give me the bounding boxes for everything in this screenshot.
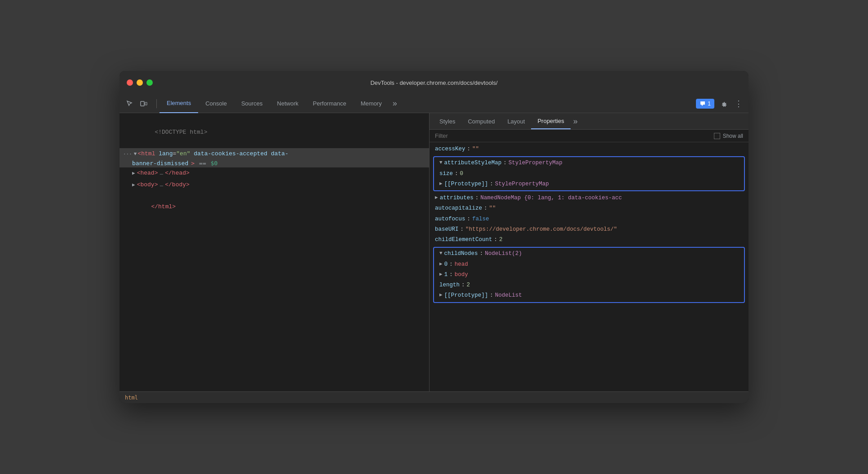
prop-accessKey: accessKey : "" [430, 144, 748, 154]
devtools-toolbar: Elements Console Sources Network Perform… [120, 94, 748, 113]
prop-length: length : 2 [434, 280, 744, 290]
tab-properties[interactable]: Properties [531, 113, 570, 129]
body-line[interactable]: ▶ <body>…</body> [120, 179, 429, 191]
svg-rect-0 [141, 101, 144, 106]
prop-size: size : 0 [434, 169, 744, 179]
devtools-window: DevTools - developer.chrome.com/docs/dev… [120, 71, 748, 403]
properties-list: accessKey : "" ▼ attributeStyleMap : Sty… [430, 142, 748, 391]
html-continuation-line: banner-dismissed> == $0 [120, 160, 429, 167]
expand-arrow-cn0[interactable]: ▶ [439, 260, 443, 268]
expand-arrow-attributes[interactable]: ▶ [435, 193, 438, 202]
prop-autocapitalize: autocapitalize : "" [430, 203, 748, 214]
prop-autofocus: autofocus : false [430, 214, 748, 224]
prop-prototype-stylePropertyMap: ▶ [[Prototype]] : StylePropertyMap [434, 179, 744, 189]
device-toggle-icon[interactable] [137, 97, 150, 110]
prop-childnode-1: ▶ 1 : body [434, 270, 744, 280]
expand-arrow-prototype2[interactable]: ▶ [439, 291, 443, 299]
prop-childNodes: ▼ childNodes : NodeList(2) [434, 249, 744, 259]
tab-computed[interactable]: Computed [461, 113, 501, 129]
prop-childnode-0: ▶ 0 : head [434, 259, 744, 270]
tab-layout[interactable]: Layout [501, 113, 531, 129]
inspect-icon[interactable] [123, 97, 136, 110]
expand-arrow-attributeStyleMap[interactable]: ▼ [439, 158, 443, 167]
settings-icon[interactable] [717, 97, 730, 110]
doctype-line: <!DOCTYPE html> [120, 117, 429, 148]
toolbar-right: 1 ⋮ [696, 97, 745, 110]
prop-group-attributeStyleMap: ▼ attributeStyleMap : StylePropertyMap s… [433, 156, 745, 191]
filter-bar: Show all [430, 130, 748, 142]
prop-prototype-nodelist: ▶ [[Prototype]] : NodeList [434, 290, 744, 301]
html-element-line[interactable]: ··· ▼ <html lang="en" data-cookies-accep… [120, 148, 429, 160]
main-content: <!DOCTYPE html> ··· ▼ <html lang="en" da… [120, 113, 748, 391]
expand-arrow-childNodes[interactable]: ▼ [439, 249, 443, 258]
window-title: DevTools - developer.chrome.com/docs/dev… [370, 79, 497, 86]
more-right-tabs-icon[interactable]: » [571, 113, 580, 129]
prop-attributes: ▶ attributes : NamedNodeMap {0: lang, 1:… [430, 193, 748, 203]
prop-baseURI: baseURI : "https://developer.chrome.com/… [430, 224, 748, 235]
filter-input[interactable] [435, 132, 709, 139]
prop-group-childNodes: ▼ childNodes : NodeList(2) ▶ 0 : head ▶ … [433, 247, 745, 303]
show-all-checkbox[interactable] [714, 133, 720, 139]
expand-arrow-prototype1[interactable]: ▶ [439, 180, 443, 188]
traffic-lights [127, 79, 153, 86]
tab-sources[interactable]: Sources [234, 94, 270, 113]
main-tab-bar: Elements Console Sources Network Perform… [159, 94, 696, 113]
more-options-icon[interactable]: ⋮ [732, 97, 745, 110]
toolbar-divider [156, 99, 157, 108]
tab-performance[interactable]: Performance [306, 94, 353, 113]
html-close-line: </html> [120, 191, 429, 223]
tab-network[interactable]: Network [270, 94, 306, 113]
close-button[interactable] [127, 79, 133, 86]
tab-styles[interactable]: Styles [433, 113, 461, 129]
prop-attributeStyleMap: ▼ attributeStyleMap : StylePropertyMap [434, 158, 744, 168]
status-bar: html [120, 391, 748, 403]
breadcrumb: html [125, 395, 138, 401]
svg-rect-1 [145, 102, 147, 105]
titlebar: DevTools - developer.chrome.com/docs/dev… [120, 71, 748, 94]
toolbar-icons [123, 97, 150, 110]
prop-childElementCount: childElementCount : 2 [430, 235, 748, 245]
right-tab-bar: Styles Computed Layout Properties » [430, 113, 748, 130]
tab-elements[interactable]: Elements [159, 94, 198, 113]
maximize-button[interactable] [146, 79, 153, 86]
more-tabs-button[interactable]: » [389, 94, 401, 113]
tab-memory[interactable]: Memory [354, 94, 389, 113]
feedback-badge[interactable]: 1 [696, 99, 714, 109]
expand-arrow-cn1[interactable]: ▶ [439, 270, 443, 279]
right-panel: Styles Computed Layout Properties » Sh [430, 113, 748, 391]
head-line[interactable]: ▶ <head>…</head> [120, 167, 429, 179]
dom-panel: <!DOCTYPE html> ··· ▼ <html lang="en" da… [120, 113, 430, 391]
show-all-label: Show all [714, 133, 743, 139]
tab-console[interactable]: Console [198, 94, 234, 113]
minimize-button[interactable] [137, 79, 143, 86]
